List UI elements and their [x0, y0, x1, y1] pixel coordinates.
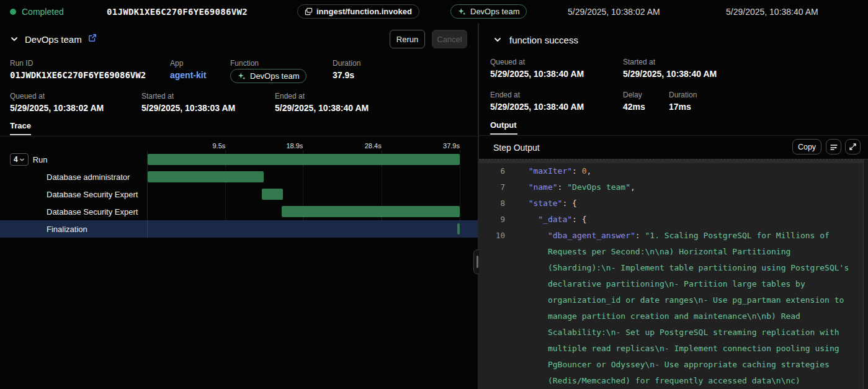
step-output-title: Step Output	[493, 143, 540, 153]
trace-row-label: Database Security Expert	[0, 190, 147, 199]
sparkle-icon	[238, 72, 246, 81]
axis-tick-label: 37.9s	[443, 142, 460, 150]
trace-row[interactable]: Database Security Expert	[0, 203, 478, 220]
word-wrap-button[interactable]	[826, 139, 841, 154]
step-output-toolbar: Step Output Copy	[479, 138, 868, 159]
field-step-ended: Ended at 5/29/2025, 10:38:40 AM	[490, 91, 584, 112]
collapse-run-chevron-icon[interactable]	[10, 35, 19, 43]
code-token: "DevOps team"	[567, 182, 630, 192]
trace-row[interactable]: Database Security Expert	[0, 186, 478, 203]
code-token: "1. Scaling PostgreSQL for Millions of R…	[548, 231, 854, 389]
code-content: "name": "DevOps team",	[519, 179, 852, 195]
trace-row-chart	[147, 186, 460, 203]
code-token: ,	[587, 166, 592, 176]
code-lines: 6"maxIter": 0,7"name": "DevOps team",8"s…	[479, 163, 868, 389]
rerun-button[interactable]: Rerun	[390, 30, 425, 48]
timeline-axis: 9.5s18.9s28.4s37.9s	[147, 139, 460, 150]
trace-row-chart	[147, 203, 460, 220]
inngest-run-details-window: Completed 01JWDK1XE6C270F6YE69086VW2 inn…	[0, 0, 868, 389]
code-content: "state": {	[519, 195, 852, 212]
cancel-button[interactable]: Cancel	[432, 30, 467, 48]
code-token: : {	[572, 215, 586, 224]
tabs-divider	[0, 136, 478, 136]
line-number: 8	[479, 195, 505, 212]
code-content: "maxIter": 0,	[519, 163, 852, 179]
code-token: : {	[562, 199, 576, 208]
span-count-dropdown[interactable]: 4	[10, 153, 29, 166]
expand-button[interactable]	[845, 139, 861, 154]
topbar-queued-time: 5/29/2025, 10:38:02 AM	[568, 0, 660, 23]
trace-span-bar[interactable]	[148, 154, 460, 165]
trace-row[interactable]: Finalization	[0, 220, 478, 238]
tab-trace[interactable]: Trace	[10, 121, 31, 135]
step-output-code-viewer[interactable]: 6"maxIter": 0,7"name": "DevOps team",8"s…	[479, 159, 868, 389]
timeline-rows: 4RunDatabase administratorDatabase Secur…	[0, 151, 478, 238]
code-line: 6"maxIter": 0,	[479, 163, 868, 179]
step-detail-panel: function success Queued at 5/29/2025, 10…	[479, 23, 868, 389]
app-link[interactable]: agent-kit	[170, 70, 206, 80]
trace-row[interactable]: Database administrator	[0, 168, 478, 186]
topbar-run-id: 01JWDK1XE6C270F6YE69086VW2	[107, 0, 248, 23]
code-token: :	[572, 166, 582, 176]
active-tab-underline	[10, 134, 31, 135]
code-token: ,	[630, 182, 635, 192]
function-badge-label: DevOps team	[470, 7, 519, 16]
trace-span-bar[interactable]	[262, 189, 282, 200]
field-started-at: Started at 5/29/2025, 10:38:03 AM	[141, 92, 235, 113]
line-number: 10	[479, 228, 505, 389]
field-run-id: Run ID 01JWDK1XE6C270F6YE69086VW2	[10, 59, 146, 80]
code-line: 10"dba_agent_answer": "1. Scaling Postgr…	[479, 228, 868, 389]
code-content: "dba_agent_answer": "1. Scaling PostgreS…	[519, 228, 852, 389]
field-queued-at: Queued at 5/29/2025, 10:38:02 AM	[10, 92, 104, 113]
code-token: :	[558, 182, 568, 192]
code-content: "_data": {	[519, 212, 852, 228]
event-icon	[305, 7, 313, 16]
field-step-started: Started at 5/29/2025, 10:38:40 AM	[623, 58, 717, 79]
field-function: Function DevOps team	[230, 59, 306, 83]
field-step-delay: Delay 42ms	[623, 91, 645, 112]
trace-row-label: Database Security Expert	[0, 207, 147, 217]
expand-icon	[849, 143, 857, 151]
status-dot-icon	[10, 9, 16, 15]
line-number: 6	[479, 163, 505, 179]
trace-row-label: Database administrator	[0, 172, 147, 182]
field-duration: Duration 37.9s	[333, 59, 360, 80]
collapse-step-chevron-icon[interactable]	[493, 35, 502, 44]
axis-tick-label: 9.5s	[213, 142, 226, 150]
trace-span-bar[interactable]	[282, 206, 460, 217]
trace-row-chart	[147, 168, 460, 186]
active-tab-underline	[490, 133, 517, 135]
field-ended-at: Ended at 5/29/2025, 10:38:40 AM	[275, 92, 369, 113]
code-token: 0	[582, 166, 587, 176]
tab-output[interactable]: Output	[490, 120, 517, 135]
field-step-duration: Duration 17ms	[669, 91, 697, 112]
line-number: 7	[479, 179, 505, 195]
external-link-icon[interactable]	[88, 34, 97, 45]
status-label: Completed	[22, 7, 64, 17]
run-summary-topbar: Completed 01JWDK1XE6C270F6YE69086VW2 inn…	[0, 0, 868, 23]
event-badge[interactable]: inngest/function.invoked	[297, 0, 419, 23]
topbar-ended-time: 5/29/2025, 10:38:40 AM	[726, 0, 818, 23]
trace-span-bar[interactable]	[457, 223, 460, 235]
word-wrap-icon	[830, 143, 838, 151]
code-scrollbar[interactable]	[863, 159, 868, 389]
chevron-down-icon	[19, 157, 25, 163]
trace-row-chart	[147, 151, 460, 168]
trace-span-bar[interactable]	[148, 171, 264, 182]
trace-row[interactable]: 4Run	[0, 151, 478, 168]
code-token: "dba_agent_answer"	[548, 231, 635, 240]
axis-tick-label: 28.4s	[365, 142, 382, 150]
event-badge-label: inngest/function.invoked	[316, 7, 412, 16]
field-app: App agent-kit	[170, 59, 206, 80]
run-id-value: 01JWDK1XE6C270F6YE69086VW2	[10, 70, 146, 80]
trace-row-label: 4Run	[0, 153, 147, 166]
sparkle-icon	[458, 7, 467, 16]
run-trace-panel: DevOps team Rerun Cancel Run ID 01JWDK1X…	[0, 23, 478, 389]
axis-tick-label: 18.9s	[286, 142, 303, 150]
function-badge[interactable]: DevOps team	[230, 69, 306, 83]
topbar-function-badge[interactable]: DevOps team	[450, 0, 527, 23]
code-token: "maxIter"	[529, 166, 572, 176]
code-token: "name"	[529, 182, 558, 192]
code-token: :	[635, 231, 645, 240]
copy-button[interactable]: Copy	[792, 139, 821, 154]
